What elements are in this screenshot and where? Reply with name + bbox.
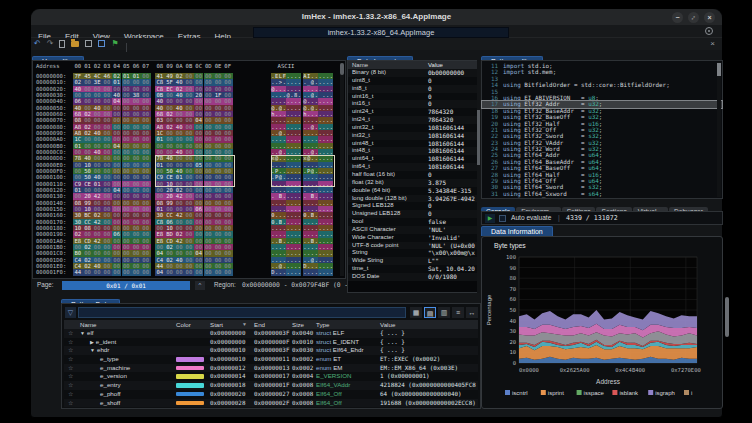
pattern-editor-panel[interactable]: 11import std.io;12import std.mem;1314usi…: [481, 60, 723, 199]
hex-scroll-thumb[interactable]: [340, 63, 344, 75]
inspector-row[interactable]: uint8_t0: [348, 77, 479, 85]
inspector-row[interactable]: uint64_t1081606144: [348, 155, 479, 163]
inspector-row[interactable]: boolfalse: [348, 218, 479, 226]
expand-arrow-icon[interactable]: ▶: [90, 339, 94, 345]
pattern-row-e_shoff[interactable]: ☆e_shoff0x000000280x0000002F0x0008Elf64_…: [64, 399, 478, 408]
save-icon[interactable]: [85, 40, 92, 47]
favorite-star-icon[interactable]: ☆: [68, 364, 73, 373]
fit-width-icon[interactable]: ↔: [466, 307, 478, 318]
inspector-row[interactable]: UTF-8 code point'NUL' (U+0x00: [348, 242, 479, 250]
inspector-row[interactable]: time_tSat, 10.04.20: [348, 265, 479, 273]
pattern-row-e_phoff[interactable]: ☆e_phoff0x000000200x000000270x0008Elf64_…: [64, 390, 478, 399]
inspector-row[interactable]: Wide Character'Invalid': [348, 234, 479, 242]
hex-grid[interactable]: 00000000:7F454C4602010100414902000000000…: [33, 73, 337, 276]
hex-byte[interactable]: 44: [73, 269, 83, 275]
inspector-row[interactable]: float (32 bit)3.875: [348, 179, 479, 187]
sort-icon[interactable]: ▼: [242, 320, 247, 329]
hex-byte[interactable]: 00: [131, 269, 141, 275]
inspector-row[interactable]: Wide StringL"": [348, 257, 479, 265]
status-icon[interactable]: [705, 27, 713, 35]
expand-arrow-icon[interactable]: ▼: [90, 347, 95, 353]
pattern-row-ehdr[interactable]: ☆▼ehdr0x000000100x0000003F0x0030struct E…: [64, 346, 478, 355]
inspector-row[interactable]: Signed LEB1280: [348, 202, 479, 210]
inspector-row[interactable]: Binary (8 bit)0b00000000: [348, 69, 479, 77]
undo-icon[interactable]: ↶: [34, 39, 41, 49]
inspector-row[interactable]: double (64 bit)5.34384E-315: [348, 187, 479, 195]
filter-icon[interactable]: ▽: [65, 307, 76, 318]
hex-byte[interactable]: 00: [184, 269, 194, 275]
file-tab[interactable]: imhex-1.33.2-x86_64.AppImage: [253, 27, 509, 38]
col-start[interactable]: Start: [210, 320, 223, 329]
pattern-row-e_version[interactable]: ☆e_version0x000000140x000000170x0004E_VE…: [64, 372, 478, 381]
inspector-row[interactable]: int32_t1081606144: [348, 132, 479, 140]
grid-view-icon[interactable]: ▦: [410, 307, 422, 318]
flat-view-icon[interactable]: ▥: [438, 307, 450, 318]
expand-arrow-icon[interactable]: ▼: [80, 330, 85, 336]
list-view-icon[interactable]: ≡: [452, 307, 464, 318]
pattern-row-e_ident[interactable]: ☆▶e_ident0x000000000x0000000F0x0010struc…: [64, 338, 478, 347]
favorite-star-icon[interactable]: ☆: [68, 329, 73, 338]
inspector-row[interactable]: int8_t0: [348, 85, 479, 93]
minimize-button[interactable]: −: [672, 12, 683, 23]
hex-byte[interactable]: 00: [223, 269, 233, 275]
inspector-row[interactable]: long double (128 bit)3.94267E-4942: [348, 195, 479, 203]
save-as-icon[interactable]: [98, 40, 105, 47]
editor-scroll-thumb[interactable]: [717, 63, 721, 76]
pattern-row-e_machine[interactable]: ☆e_machine0x000000120x000000130x0002enum…: [64, 364, 478, 373]
hex-byte[interactable]: 00: [102, 269, 112, 275]
favorite-star-icon[interactable]: ☆: [68, 338, 73, 347]
inspector-row[interactable]: int48_t1081606144: [348, 147, 479, 155]
favorite-star-icon[interactable]: ☆: [68, 390, 73, 399]
data-info-scroll-thumb[interactable]: [725, 297, 729, 337]
ascii-char[interactable]: .: [330, 269, 334, 275]
inspector-row[interactable]: uint32_t1081606144: [348, 124, 479, 132]
inspector-row[interactable]: int64_t1081606144: [348, 163, 479, 171]
hex-byte[interactable]: 00: [194, 269, 204, 275]
auto-evaluate-checkbox[interactable]: [499, 215, 506, 222]
ascii-char[interactable]: .: [298, 269, 302, 275]
favorite-star-icon[interactable]: ☆: [68, 355, 73, 364]
col-value[interactable]: Value: [380, 320, 395, 329]
favorite-star-icon[interactable]: ☆: [68, 346, 73, 355]
pattern-row-e_type[interactable]: ☆e_type0x000000100x000000110x0002enum ET…: [64, 355, 478, 364]
col-end[interactable]: End: [254, 320, 265, 329]
close-button[interactable]: ×: [704, 12, 715, 23]
hex-byte[interactable]: 00: [174, 269, 184, 275]
hex-byte[interactable]: 00: [122, 269, 132, 275]
col-color[interactable]: Color: [176, 320, 191, 329]
collapse-footer-icon[interactable]: ^: [195, 281, 205, 290]
bookmark-icon[interactable]: ⚑: [111, 39, 118, 49]
favorite-star-icon[interactable]: ☆: [68, 399, 73, 408]
inspector-row[interactable]: int24_t7864320: [348, 116, 479, 124]
tree-table-view-icon[interactable]: ▤: [424, 307, 436, 318]
col-size[interactable]: Size: [292, 320, 304, 329]
col-name[interactable]: Name: [80, 320, 97, 329]
inspector-row[interactable]: half float (16 bit)0: [348, 171, 479, 179]
new-file-icon[interactable]: [59, 40, 65, 48]
favorite-star-icon[interactable]: ☆: [68, 372, 73, 381]
tabbar-close-icon[interactable]: ×: [710, 39, 715, 48]
run-pattern-button[interactable]: ▶: [485, 214, 495, 223]
byte-types-chart[interactable]: 01020304050607080901000x00000x2625A000x4…: [483, 251, 719, 403]
inspector-row[interactable]: ASCII Character'NUL': [348, 226, 479, 234]
pattern-table-header[interactable]: NameColorStartEndSizeTypeValue▼: [64, 320, 478, 329]
editor-scrollbar[interactable]: [717, 62, 721, 197]
page-indicator[interactable]: 0x01 / 0x01: [62, 281, 190, 290]
hex-byte[interactable]: 00: [83, 269, 93, 275]
pattern-row-e_entry[interactable]: ☆e_entry0x000000180x0000001F0x0008Elf64_…: [64, 381, 478, 390]
inspector-row[interactable]: Unsigned LEB1280: [348, 210, 479, 218]
inspector-row[interactable]: uint24_t7864320: [348, 108, 479, 116]
redo-icon[interactable]: ↷: [47, 39, 54, 49]
hex-byte[interactable]: 00: [204, 269, 214, 275]
code-line-31[interactable]: 31using Elf64_Sxword = s64;: [482, 191, 722, 197]
hex-byte[interactable]: 00: [165, 269, 175, 275]
inspector-scroll-thumb[interactable]: [477, 110, 480, 165]
open-file-icon[interactable]: [71, 41, 79, 47]
hex-byte[interactable]: 00: [213, 269, 223, 275]
inspector-row[interactable]: int16_t0: [348, 100, 479, 108]
hex-byte[interactable]: 00: [92, 269, 102, 275]
pattern-row-elf[interactable]: ☆▼elf0x000000000x0000003F0x0040struct EL…: [64, 329, 478, 338]
maximize-button[interactable]: ↕: [688, 12, 699, 23]
inspector-row[interactable]: String"\x00\x00m@\x: [348, 249, 479, 257]
inspector-row[interactable]: uint16_t0: [348, 93, 479, 101]
